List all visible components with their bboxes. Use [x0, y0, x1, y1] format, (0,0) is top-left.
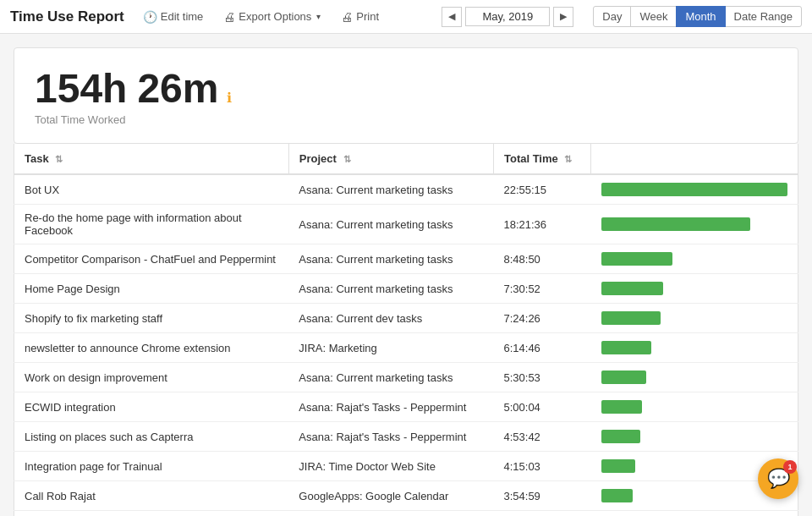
- summary-mins: 26m: [137, 65, 218, 112]
- time-bar: [601, 311, 661, 325]
- time-cell: 4:15:03: [493, 452, 591, 481]
- time-cell: 5:30:53: [493, 363, 591, 392]
- view-toggle: Day Week Month Date Range: [594, 6, 802, 27]
- table-header-row: Task ⇅ Project ⇅ Total Time ⇅: [14, 144, 798, 174]
- project-cell: Asana: Current marketing tasks: [288, 205, 493, 244]
- project-cell: Asana: Current marketing tasks: [288, 363, 493, 392]
- bar-cell: [591, 333, 798, 363]
- bar-container: [601, 488, 787, 503]
- export-options-button[interactable]: 🖨 Export Options: [218, 7, 326, 27]
- time-bar: [601, 459, 635, 473]
- header-actions: 🕐 Edit time 🖨 Export Options 🖨 Print: [138, 7, 429, 27]
- bar-cell: [591, 174, 798, 205]
- time-bar: [601, 252, 672, 266]
- header: Time Use Report 🕐 Edit time 🖨 Export Opt…: [0, 0, 812, 34]
- bar-container: [601, 251, 787, 266]
- task-cell: Bot UX: [14, 174, 289, 205]
- time-bar: [601, 371, 646, 384]
- project-cell: GoogleApps: Google Calendar: [288, 481, 493, 511]
- time-cell: 22:55:15: [493, 174, 591, 205]
- print-icon: 🖨: [341, 10, 353, 24]
- edit-time-button[interactable]: 🕐 Edit time: [138, 7, 209, 27]
- next-date-button[interactable]: ▶: [553, 7, 573, 27]
- table-row: ECWID integration Asana: Rajat's Tasks -…: [14, 392, 798, 422]
- table-row: Work on design improvement Asana: Curren…: [14, 363, 798, 392]
- task-cell: newsletter to announce Chrome extension: [14, 333, 289, 363]
- day-view-button[interactable]: Day: [593, 6, 631, 27]
- week-view-button[interactable]: Week: [630, 6, 677, 27]
- bar-container: [601, 340, 787, 355]
- task-column-header[interactable]: Task ⇅: [14, 144, 289, 174]
- table-row: Re-do the home page with information abo…: [14, 205, 798, 244]
- project-cell: Asana: Current dev tasks: [288, 511, 493, 517]
- bar-container: [601, 217, 787, 232]
- table-row: Bot UX Asana: Current marketing tasks 22…: [14, 174, 798, 205]
- task-cell: Home Page Design: [14, 274, 289, 304]
- table-row: Home Page Design Asana: Current marketin…: [14, 274, 798, 304]
- time-bar: [601, 430, 640, 443]
- summary-label: Total Time Worked: [35, 113, 777, 126]
- project-cell: JIRA: Time Doctor Web Site: [288, 452, 493, 481]
- clock-icon: 🕐: [143, 10, 157, 24]
- bar-cell: [591, 304, 798, 333]
- bar-cell: [591, 511, 798, 517]
- project-cell: Asana: Rajat's Tasks - Peppermint: [288, 422, 493, 452]
- month-view-button[interactable]: Month: [676, 6, 725, 27]
- date-navigation: ◀ May, 2019 ▶: [442, 7, 573, 27]
- time-cell: 7:30:52: [493, 274, 591, 304]
- bar-container: [601, 182, 787, 197]
- task-sort-icon: ⇅: [55, 154, 63, 164]
- time-cell: 8:48:50: [493, 244, 591, 274]
- total-time-column-header[interactable]: Total Time ⇅: [493, 144, 591, 174]
- bar-cell: [591, 205, 798, 244]
- chat-button[interactable]: 💬 1: [758, 458, 798, 499]
- project-cell: Asana: Current marketing tasks: [288, 244, 493, 274]
- table-row: Integration page for Trainual JIRA: Time…: [14, 452, 798, 481]
- time-cell: 7:24:26: [493, 304, 591, 333]
- table-row: Listing on places such as Capterra Asana…: [14, 422, 798, 452]
- task-cell: Listing on places such as Capterra: [14, 422, 289, 452]
- page-title: Time Use Report: [10, 8, 124, 25]
- task-cell: Re-do the home page with information abo…: [14, 205, 289, 244]
- date-range-view-button[interactable]: Date Range: [725, 6, 802, 27]
- project-cell: JIRA: Marketing: [288, 333, 493, 363]
- time-bar: [601, 341, 651, 354]
- project-sort-icon: ⇅: [343, 154, 351, 164]
- time-cell: 3:44:01: [493, 511, 591, 517]
- summary-hours: 154h: [35, 65, 127, 112]
- chat-badge: 1: [783, 460, 797, 474]
- time-table: Task ⇅ Project ⇅ Total Time ⇅ Bot UX Asa…: [14, 144, 798, 516]
- prev-date-button[interactable]: ◀: [442, 7, 462, 27]
- bar-cell: [591, 363, 798, 392]
- task-cell: Work on design improvement: [14, 363, 289, 392]
- project-cell: Asana: Current marketing tasks: [288, 174, 493, 205]
- project-cell: Asana: Rajat's Tasks - Peppermint: [288, 392, 493, 422]
- summary-card: 154h 26m ℹ Total Time Worked: [14, 47, 798, 144]
- table-row: Create a free support article site (such…: [14, 511, 798, 517]
- task-cell: Call Rob Rajat: [14, 481, 289, 511]
- table-body: Bot UX Asana: Current marketing tasks 22…: [14, 174, 798, 516]
- time-bar: [601, 183, 787, 196]
- date-display: May, 2019: [465, 7, 550, 26]
- task-cell: Integration page for Trainual: [14, 452, 289, 481]
- time-sort-icon: ⇅: [564, 154, 572, 164]
- time-cell: 6:14:46: [493, 333, 591, 363]
- project-cell: Asana: Current marketing tasks: [288, 274, 493, 304]
- project-column-header[interactable]: Project ⇅: [288, 144, 493, 174]
- table-row: Shopify to fix marketing staff Asana: Cu…: [14, 304, 798, 333]
- export-icon: 🖨: [223, 10, 235, 24]
- bar-column-header: [591, 144, 798, 174]
- project-cell: Asana: Current dev tasks: [288, 304, 493, 333]
- time-bar: [601, 489, 633, 502]
- print-button[interactable]: 🖨 Print: [336, 7, 384, 27]
- time-cell: 4:53:42: [493, 422, 591, 452]
- task-cell: ECWID integration: [14, 392, 289, 422]
- bar-cell: [591, 422, 798, 452]
- table-row: Competitor Comparison - ChatFuel and Pep…: [14, 244, 798, 274]
- time-bar: [601, 282, 663, 295]
- time-cell: 18:21:36: [493, 205, 591, 244]
- table-row: Call Rob Rajat GoogleApps: Google Calend…: [14, 481, 798, 511]
- info-icon[interactable]: ℹ: [227, 90, 232, 106]
- task-cell: Create a free support article site (such…: [14, 511, 289, 517]
- bar-container: [601, 399, 787, 414]
